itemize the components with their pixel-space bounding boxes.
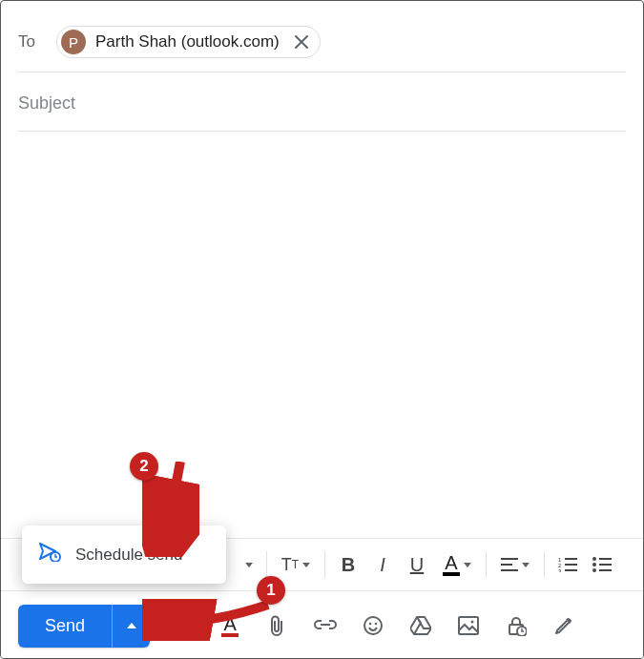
recipient-name: Parth Shah (outlook.com) (95, 32, 280, 51)
separator (486, 551, 487, 578)
remove-recipient-icon[interactable] (291, 31, 312, 52)
separator (266, 551, 267, 578)
annotation-badge-2: 2 (130, 452, 158, 481)
numbered-list-button[interactable]: 123 (551, 547, 585, 582)
annotation-arrow-1 (142, 599, 276, 641)
underline-button[interactable]: U (400, 547, 434, 582)
send-button[interactable]: Send (18, 605, 112, 648)
bold-button[interactable]: B (331, 547, 365, 582)
svg-point-9 (375, 623, 378, 626)
svg-point-4 (592, 563, 596, 566)
svg-point-5 (592, 568, 596, 572)
separator (324, 551, 325, 578)
svg-point-11 (471, 621, 474, 624)
avatar: P (61, 30, 86, 54)
separator (544, 551, 545, 578)
insert-emoji-button[interactable] (358, 610, 388, 641)
subject-row (18, 72, 626, 132)
schedule-send-icon (39, 543, 62, 566)
svg-text:3: 3 (558, 568, 562, 572)
recipient-chip[interactable]: P Parth Shah (outlook.com) (56, 26, 321, 58)
text-color-button[interactable]: A (434, 547, 480, 582)
bulleted-list-button[interactable] (585, 547, 619, 582)
compose-bottom-bar: Send A A (1, 593, 643, 658)
insert-drive-button[interactable] (405, 610, 436, 641)
send-split-button: Send (18, 605, 150, 648)
to-row: To P Parth Shah (outlook.com) (18, 16, 626, 72)
to-label: To (18, 32, 35, 51)
font-size-button[interactable]: TT (273, 547, 319, 582)
chevron-down-icon[interactable] (245, 563, 253, 567)
confidential-mode-button[interactable] (501, 610, 531, 641)
svg-point-3 (592, 557, 596, 561)
annotation-badge-1: 1 (257, 576, 285, 605)
insert-photo-button[interactable] (453, 610, 484, 641)
align-button[interactable] (492, 547, 538, 582)
subject-input[interactable] (18, 93, 626, 113)
svg-point-7 (364, 617, 382, 634)
insert-link-button[interactable] (310, 610, 341, 641)
insert-signature-button[interactable] (549, 610, 579, 641)
chevron-up-icon (127, 623, 136, 628)
italic-button[interactable]: I (365, 547, 400, 582)
svg-point-8 (369, 623, 372, 626)
svg-rect-10 (459, 617, 478, 634)
